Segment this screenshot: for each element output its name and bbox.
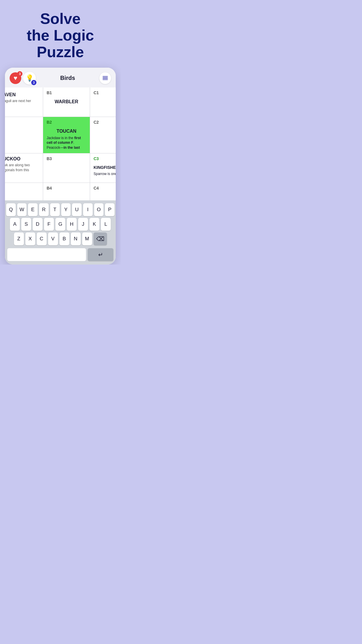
cell-b3-label: B3 — [47, 156, 86, 161]
hero-line2: the Logic Puzzle — [27, 27, 94, 60]
key-m[interactable]: M — [82, 232, 92, 245]
key-c[interactable]: C — [37, 232, 47, 245]
cell-a3-clue: hawk are along two diagonals from this — [5, 163, 39, 173]
key-n[interactable]: N — [71, 232, 81, 245]
key-z[interactable]: Z — [14, 232, 24, 245]
key-u[interactable]: U — [72, 203, 82, 216]
cell-c1[interactable]: C1 — [90, 88, 116, 117]
key-q[interactable]: Q — [6, 203, 16, 216]
cell-c2-label: C2 — [94, 120, 116, 125]
key-a[interactable]: A — [10, 218, 20, 231]
cell-b2[interactable]: B2 TOUCAN Jackdaw is in the first cell o… — [43, 117, 90, 153]
cell-b4[interactable]: B4 — [43, 183, 90, 200]
cell-a4[interactable] — [5, 183, 43, 200]
key-v[interactable]: V — [48, 232, 58, 245]
cell-a1[interactable]: RAVEN Seagull are next her — [5, 88, 43, 117]
cell-c4-label: C4 — [94, 186, 116, 190]
hearts-count: 3 — [17, 71, 22, 76]
key-l[interactable]: L — [101, 218, 111, 231]
cell-b1[interactable]: B1 WARBLER — [43, 88, 90, 117]
cell-c3-word: KINGFISHER — [94, 165, 116, 170]
cell-c4[interactable]: C4 — [90, 183, 116, 200]
key-f[interactable]: F — [44, 218, 54, 231]
keyboard-row1: Q W E R T Y U I O P — [6, 203, 115, 216]
keyboard-row3: Z X C V B N M ⌫ — [6, 232, 115, 245]
keyboard-bottom-row: ↵ — [6, 247, 115, 263]
cell-a1-clue: Seagull are next her — [5, 99, 39, 104]
keyboard-row2: A S D F G H J K L — [6, 218, 115, 231]
hints-badge[interactable]: 💡 3 — [23, 72, 36, 85]
puzzle-grid: RAVEN Seagull are next her B1 WARBLER C1… — [5, 88, 116, 200]
key-e[interactable]: E — [28, 203, 38, 216]
hamburger-icon — [103, 76, 108, 80]
hearts-badge: 3 — [10, 72, 21, 84]
cell-a1-word: RAVEN — [5, 92, 39, 97]
cell-c1-label: C1 — [94, 90, 116, 95]
key-p[interactable]: P — [105, 203, 115, 216]
cell-a2[interactable] — [5, 117, 43, 153]
space-key[interactable] — [7, 248, 86, 261]
cell-b2-word: TOUCAN — [47, 129, 86, 134]
app-header: 3 💡 3 Birds — [5, 68, 116, 88]
cell-c3-clue: Sparrow is one cell d — [94, 172, 116, 176]
key-b[interactable]: B — [59, 232, 69, 245]
key-y[interactable]: Y — [61, 203, 71, 216]
cell-a3-word: CUCKOO — [5, 156, 39, 162]
key-o[interactable]: O — [94, 203, 104, 216]
keyboard: Q W E R T Y U I O P A S D F G H J K L Z … — [5, 200, 116, 265]
app-title: Birds — [36, 75, 99, 81]
cell-b1-label: B1 — [47, 90, 86, 95]
cell-c2[interactable]: C2 — [90, 117, 116, 153]
key-w[interactable]: W — [17, 203, 27, 216]
grid-scroll: RAVEN Seagull are next her B1 WARBLER C1… — [5, 88, 116, 200]
return-icon: ↵ — [98, 251, 103, 258]
key-g[interactable]: G — [55, 218, 65, 231]
key-s[interactable]: S — [21, 218, 31, 231]
cell-c3[interactable]: C3 KINGFISHER Sparrow is one cell d — [90, 153, 116, 183]
key-t[interactable]: T — [50, 203, 60, 216]
key-i[interactable]: I — [83, 203, 93, 216]
cell-a3[interactable]: CUCKOO hawk are along two diagonals from… — [5, 153, 43, 183]
hero-line1: Solve — [40, 10, 81, 27]
cell-b1-word: WARBLER — [47, 99, 86, 104]
cell-b4-label: B4 — [47, 186, 86, 190]
delete-icon: ⌫ — [96, 235, 104, 242]
hero-title: Solve the Logic Puzzle — [0, 0, 121, 68]
key-r[interactable]: R — [39, 203, 49, 216]
cell-b3[interactable]: B3 — [43, 153, 90, 183]
cell-b2-label: B2 — [47, 120, 86, 125]
key-k[interactable]: K — [89, 218, 99, 231]
hints-count: 3 — [31, 80, 36, 85]
key-j[interactable]: J — [78, 218, 88, 231]
key-h[interactable]: H — [67, 218, 77, 231]
key-x[interactable]: X — [25, 232, 35, 245]
key-d[interactable]: D — [33, 218, 43, 231]
return-key[interactable]: ↵ — [88, 248, 113, 261]
cell-c3-label: C3 — [94, 156, 116, 161]
menu-button[interactable] — [99, 72, 111, 84]
cell-b2-clue: Jackdaw is in the first cell of column F… — [47, 136, 86, 150]
delete-key[interactable]: ⌫ — [94, 232, 107, 245]
app-card: 3 💡 3 Birds RAVEN Seagull are next her B… — [5, 68, 116, 265]
